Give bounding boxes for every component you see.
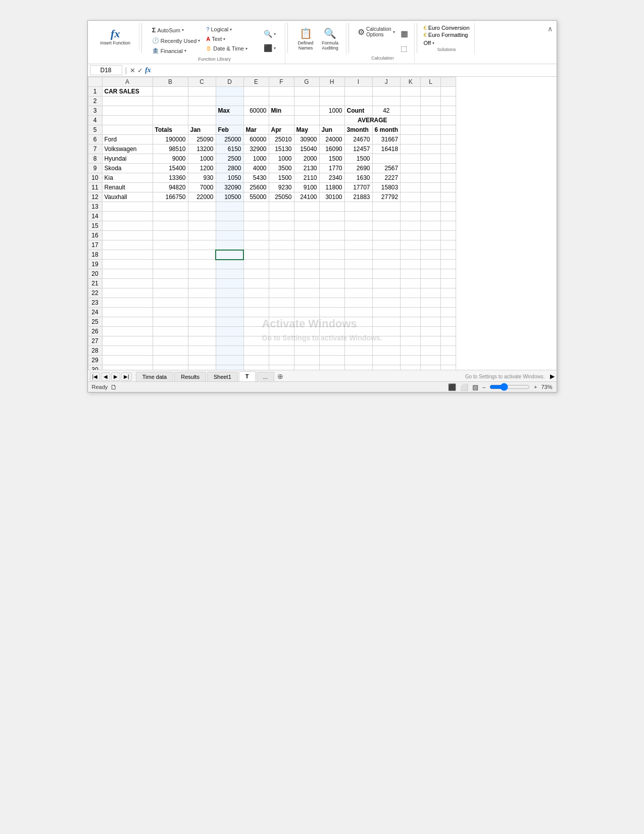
cell-18-5[interactable] [269,250,294,260]
cell-21-3[interactable] [216,279,243,288]
cell-23-4[interactable] [243,298,269,308]
cell-13-11[interactable] [421,202,441,212]
tab-last-button[interactable]: ▶| [121,372,132,381]
cell-22-4[interactable] [243,288,269,298]
cell-27-9[interactable] [372,336,401,346]
calculation-options-button[interactable]: ⚙ CalculationOptions ▾ [355,25,397,39]
fx-formula-icon[interactable]: fx [145,66,151,74]
cell-28-11[interactable] [421,346,441,356]
cell-19-8[interactable] [344,260,372,269]
cell-6-7[interactable]: 24000 [319,135,344,144]
cell-6-5[interactable]: 25010 [269,135,294,144]
cell-17-3[interactable] [216,240,243,250]
cell-21-5[interactable] [269,279,294,288]
confirm-icon[interactable]: ✓ [137,67,143,74]
more-functions-button[interactable]: ⬛ ▾ [260,42,279,54]
cell-7-5[interactable]: 15130 [269,144,294,154]
cell-28-2[interactable] [188,346,216,356]
cell-9-8[interactable]: 2690 [344,164,372,173]
cell-11-3[interactable]: 32090 [216,183,243,192]
cell-13-2[interactable] [188,202,216,212]
col-header-G[interactable]: G [294,77,319,87]
cell-8-7[interactable]: 1500 [319,154,344,164]
cell-9-6[interactable]: 2130 [294,164,319,173]
sheet-tab-results[interactable]: Results [174,372,206,381]
cell-12-3[interactable]: 10500 [216,192,243,202]
cell-2-4[interactable] [243,96,269,106]
cell-26-7[interactable] [319,327,344,336]
col-header-H[interactable]: H [319,77,344,87]
cell-19-9[interactable] [372,260,401,269]
cell-5-0[interactable] [102,125,153,135]
cell-18-12[interactable] [441,250,456,260]
cell-18-8[interactable] [344,250,372,260]
cell-7-6[interactable]: 15040 [294,144,319,154]
cell-4-11[interactable] [421,116,441,125]
cell-15-2[interactable] [188,221,216,231]
cell-24-5[interactable] [269,308,294,317]
cell-21-1[interactable] [153,279,188,288]
cell-30-5[interactable] [269,365,294,370]
cell-6-6[interactable]: 30900 [294,135,319,144]
cell-3-7[interactable]: 1000 [319,106,344,116]
cell-25-10[interactable] [401,317,421,327]
cell-15-1[interactable] [153,221,188,231]
cell-2-11[interactable] [421,96,441,106]
cell-29-11[interactable] [421,356,441,365]
logical-button[interactable]: ? Logical ▾ [204,25,259,34]
cell-16-3[interactable] [216,231,243,240]
cell-17-1[interactable] [153,240,188,250]
cell-25-11[interactable] [421,317,441,327]
cancel-icon[interactable]: ✕ [130,67,135,74]
cell-20-10[interactable] [401,269,421,279]
cell-26-12[interactable] [441,327,456,336]
cell-13-8[interactable] [344,202,372,212]
cell-7-0[interactable]: Volkswagen [102,144,153,154]
cell-20-2[interactable] [188,269,216,279]
cell-18-0[interactable] [102,250,153,260]
col-header-C[interactable]: C [188,77,216,87]
lookup-button[interactable]: 🔍 ▾ [260,28,279,40]
cell-27-0[interactable] [102,336,153,346]
cell-20-11[interactable] [421,269,441,279]
cell-22-12[interactable] [441,288,456,298]
cell-15-6[interactable] [294,221,319,231]
cell-13-0[interactable] [102,202,153,212]
cell-14-8[interactable] [344,212,372,221]
cell-8-4[interactable]: 1000 [243,154,269,164]
cell-14-4[interactable] [243,212,269,221]
cell-17-6[interactable] [294,240,319,250]
cell-3-9[interactable]: 42 [372,106,401,116]
cell-29-3[interactable] [216,356,243,365]
cell-23-9[interactable] [372,298,401,308]
cell-23-0[interactable] [102,298,153,308]
cell-17-4[interactable] [243,240,269,250]
sheet-tab-time-data[interactable]: Time data [136,372,174,381]
cell-3-1[interactable] [153,106,188,116]
cell-10-8[interactable]: 1630 [344,173,372,183]
cell-11-7[interactable]: 11800 [319,183,344,192]
insert-function-button[interactable]: fx Insert Function [96,25,135,49]
cell-18-4[interactable] [243,250,269,260]
cell-18-6[interactable] [294,250,319,260]
cell-9-5[interactable]: 3500 [269,164,294,173]
cell-12-12[interactable] [441,192,456,202]
cell-8-11[interactable] [421,154,441,164]
cell-12-4[interactable]: 55000 [243,192,269,202]
cell-23-11[interactable] [421,298,441,308]
cell-13-1[interactable] [153,202,188,212]
cell-11-2[interactable]: 7000 [188,183,216,192]
cell-23-6[interactable] [294,298,319,308]
cell-22-8[interactable] [344,288,372,298]
cell-29-10[interactable] [401,356,421,365]
cell-14-6[interactable] [294,212,319,221]
cell-11-0[interactable]: Renault [102,183,153,192]
cell-12-7[interactable]: 30100 [319,192,344,202]
cell-12-5[interactable]: 25050 [269,192,294,202]
cell-17-5[interactable] [269,240,294,250]
cell-30-10[interactable] [401,365,421,370]
cell-22-0[interactable] [102,288,153,298]
cell-2-1[interactable] [153,96,188,106]
cell-4-8[interactable]: AVERAGE [344,116,401,125]
cell-7-9[interactable]: 16418 [372,144,401,154]
